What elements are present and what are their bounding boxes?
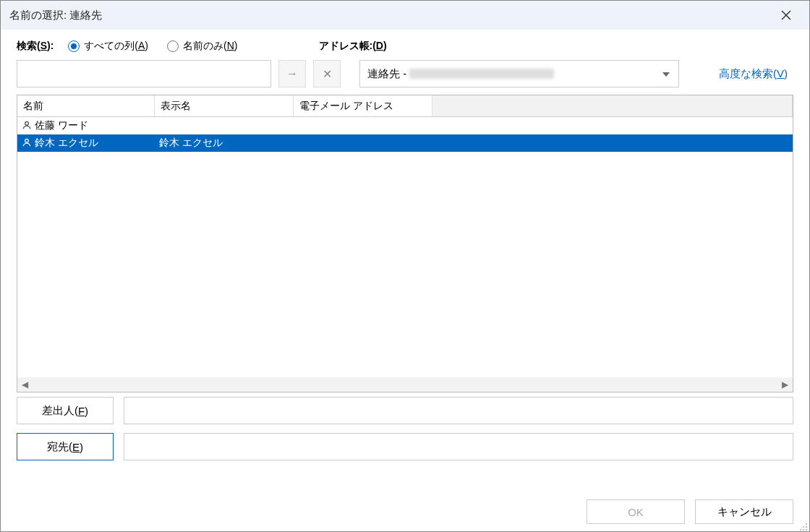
x-icon: ✕ bbox=[323, 67, 332, 81]
radio-all-label: すべての列(A) bbox=[84, 40, 148, 53]
input-row: → ✕ 連絡先 - 高度な検索(V) bbox=[1, 56, 809, 95]
address-book-selected-redacted bbox=[409, 69, 554, 79]
column-spacer bbox=[432, 95, 793, 116]
table-body[interactable]: 佐藤 ワード 鈴木 エクセル 鈴木 エクセル bbox=[17, 117, 793, 377]
table-header: 名前 表示名 電子メール アドレス bbox=[17, 95, 793, 117]
search-row: 検索(S): すべての列(A) 名前のみ(N) アドレス帳:(D) bbox=[1, 30, 809, 56]
svg-point-4 bbox=[806, 523, 807, 525]
close-icon bbox=[781, 10, 791, 20]
scroll-right-icon[interactable]: ▶ bbox=[779, 379, 791, 390]
svg-point-6 bbox=[803, 526, 804, 528]
dialog-title: 名前の選択: 連絡先 bbox=[9, 9, 772, 22]
row-name: 佐藤 ワード bbox=[35, 119, 88, 132]
resize-grip[interactable] bbox=[799, 521, 808, 530]
advanced-search-link[interactable]: 高度な検索(V) bbox=[719, 67, 793, 81]
contacts-table: 名前 表示名 電子メール アドレス 佐藤 ワード 鈴木 エクセル 鈴木 エクセル… bbox=[17, 95, 793, 392]
from-button[interactable]: 差出人(F) bbox=[17, 397, 114, 424]
cancel-button[interactable]: キャンセル bbox=[695, 499, 793, 524]
radio-indicator-checked bbox=[68, 40, 80, 52]
address-book-label: アドレス帳:(D) bbox=[319, 40, 387, 53]
radio-all-columns[interactable]: すべての列(A) bbox=[68, 40, 148, 53]
row-display: 鈴木 エクセル bbox=[155, 137, 294, 150]
address-book-select[interactable]: 連絡先 - bbox=[359, 60, 679, 87]
svg-point-2 bbox=[25, 121, 29, 125]
svg-point-7 bbox=[806, 529, 807, 531]
title-bar: 名前の選択: 連絡先 bbox=[1, 1, 809, 30]
from-input[interactable] bbox=[124, 397, 793, 424]
arrow-right-icon: → bbox=[286, 67, 298, 80]
search-label: 検索(S): bbox=[17, 40, 54, 53]
clear-button[interactable]: ✕ bbox=[313, 60, 341, 87]
dialog-buttons: OK キャンセル bbox=[587, 499, 793, 524]
search-input[interactable] bbox=[17, 60, 271, 87]
person-icon bbox=[22, 137, 32, 150]
horizontal-scrollbar[interactable]: ◀ ▶ bbox=[17, 377, 793, 392]
svg-point-9 bbox=[800, 529, 801, 531]
radio-name-only[interactable]: 名前のみ(N) bbox=[167, 40, 237, 53]
column-display[interactable]: 表示名 bbox=[155, 95, 294, 116]
ok-button[interactable]: OK bbox=[587, 499, 685, 524]
scroll-left-icon[interactable]: ◀ bbox=[19, 379, 31, 390]
to-button[interactable]: 宛先(E) bbox=[17, 433, 114, 460]
address-book-selected-prefix: 連絡先 - bbox=[367, 67, 406, 81]
radio-indicator bbox=[167, 40, 179, 52]
to-input[interactable] bbox=[124, 433, 793, 460]
from-row: 差出人(F) bbox=[1, 392, 809, 429]
row-name: 鈴木 エクセル bbox=[35, 137, 98, 150]
svg-point-3 bbox=[25, 139, 29, 142]
person-icon bbox=[22, 120, 32, 132]
column-name[interactable]: 名前 bbox=[17, 95, 155, 116]
column-email[interactable]: 電子メール アドレス bbox=[294, 95, 432, 116]
table-row[interactable]: 佐藤 ワード bbox=[17, 117, 793, 134]
svg-point-5 bbox=[806, 526, 807, 528]
search-scope-radio-group: すべての列(A) 名前のみ(N) bbox=[68, 40, 237, 53]
svg-point-8 bbox=[803, 529, 804, 531]
go-button[interactable]: → bbox=[278, 60, 306, 87]
radio-name-label: 名前のみ(N) bbox=[183, 40, 237, 53]
to-row: 宛先(E) bbox=[1, 429, 809, 465]
close-button[interactable] bbox=[772, 1, 801, 30]
table-row[interactable]: 鈴木 エクセル 鈴木 エクセル bbox=[17, 134, 793, 152]
